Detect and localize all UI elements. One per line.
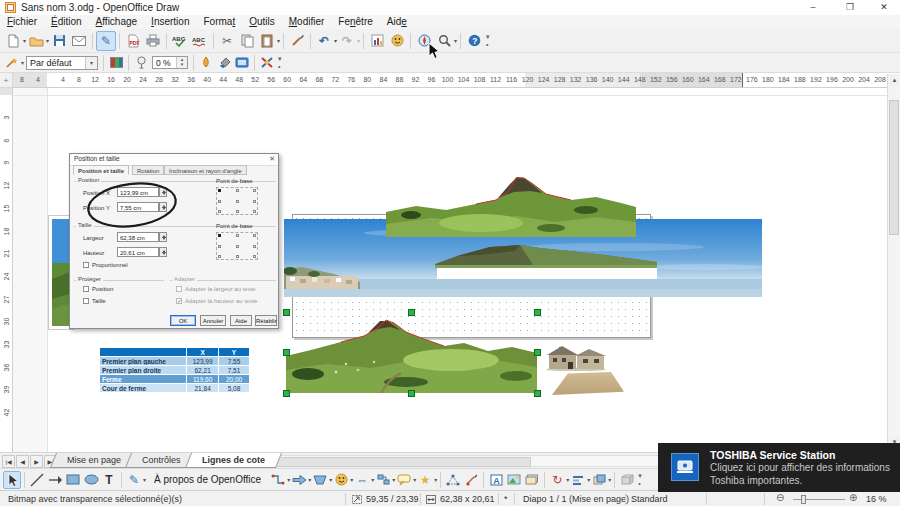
- basic-shapes-icon[interactable]: [311, 471, 329, 489]
- photo-farmhouse[interactable]: [545, 343, 607, 371]
- table-row[interactable]: Cour de ferme21,845,08: [100, 384, 250, 393]
- menu-outils[interactable]: Outils: [242, 15, 282, 29]
- menu-édition[interactable]: Édition: [44, 15, 89, 29]
- menu-fenêtre[interactable]: Fenêtre: [331, 15, 379, 29]
- dialog-close-icon[interactable]: ✕: [269, 155, 275, 163]
- slide-info-status[interactable]: Diapo 1 / 1 (Mise en page): [523, 493, 629, 505]
- width-spinner[interactable]: [159, 232, 167, 242]
- menu-fichier[interactable]: Fichier: [0, 15, 44, 29]
- spellcheck-icon[interactable]: ABC: [170, 31, 190, 51]
- photo-selected-hill[interactable]: [286, 312, 537, 393]
- protect-position-checkbox[interactable]: [83, 286, 89, 292]
- base-point-selector-1[interactable]: [216, 187, 258, 215]
- glue-points-icon[interactable]: [462, 471, 480, 489]
- ruler-origin-box[interactable]: +: [0, 73, 13, 88]
- drawing-canvas[interactable]: XYPremier plan gauche123,997,55Premier p…: [13, 88, 887, 452]
- undo-icon[interactable]: ↶: [314, 31, 334, 51]
- edit-mode-icon[interactable]: ✎: [96, 31, 116, 51]
- toshiba-notification[interactable]: TOSHIBA Service Station Cliquez ici pour…: [658, 443, 900, 492]
- format-paintbrush-icon[interactable]: [287, 31, 307, 51]
- height-input[interactable]: 20,61 cm: [117, 247, 159, 257]
- vertical-scrollbar[interactable]: ▲ ▼: [887, 74, 900, 452]
- reset-button[interactable]: Rétablir: [255, 315, 277, 326]
- symbol-shapes-icon[interactable]: [332, 471, 350, 489]
- gallery2-icon[interactable]: [523, 471, 541, 489]
- cancel-button[interactable]: Annuler: [200, 315, 226, 326]
- save-icon[interactable]: [49, 31, 69, 51]
- rectangle-icon[interactable]: [64, 471, 82, 489]
- stars-icon[interactable]: ★: [416, 471, 434, 489]
- redo-icon[interactable]: ↷: [337, 31, 357, 51]
- toolbar-options-icon[interactable]: ▾•: [486, 33, 490, 48]
- styles-wand-icon[interactable]: [3, 54, 21, 71]
- block-arrows-icon[interactable]: ⇔: [353, 471, 371, 489]
- select-icon[interactable]: [3, 471, 21, 489]
- menu-format[interactable]: Format: [196, 15, 242, 29]
- fill-icon[interactable]: [215, 54, 233, 71]
- send-email-icon[interactable]: [69, 31, 89, 51]
- callout-icon[interactable]: [395, 471, 413, 489]
- menu-insertion[interactable]: Insertion: [144, 15, 196, 29]
- 3d-look-icon[interactable]: [233, 54, 251, 71]
- zoom-level[interactable]: 16 %: [866, 493, 887, 505]
- zoom-in-icon[interactable]: ⊕: [849, 492, 857, 503]
- extrusion-icon[interactable]: [618, 471, 636, 489]
- line-icon[interactable]: [28, 471, 46, 489]
- selection-handle-sw[interactable]: [283, 390, 290, 397]
- layer-tab-lignes-de-cote[interactable]: Lignes de cote: [185, 453, 282, 468]
- table-row[interactable]: Premier plan gauche123,997,55: [100, 357, 250, 366]
- open-icon[interactable]: [26, 31, 46, 51]
- coordinates-table[interactable]: XYPremier plan gauche123,997,55Premier p…: [100, 348, 250, 393]
- flowchart-icon[interactable]: [374, 471, 392, 489]
- white-rectangle-shape[interactable]: [437, 268, 657, 279]
- notification-message[interactable]: Cliquez ici pour afficher des informatio…: [710, 462, 892, 487]
- dialog-tab-rotation[interactable]: Rotation: [132, 165, 164, 175]
- fontwork-icon[interactable]: A: [487, 471, 505, 489]
- dialog-tab-inclinaison[interactable]: Inclinaison et rayon d'angle: [164, 165, 247, 175]
- height-spinner[interactable]: [159, 247, 167, 257]
- curve-dropdown[interactable]: ▾: [143, 476, 146, 483]
- prev-layer-button[interactable]: ◀: [16, 455, 29, 468]
- rotate-icon[interactable]: ↻: [548, 471, 566, 489]
- alignment-icon[interactable]: [569, 471, 587, 489]
- zoom-slider-thumb[interactable]: [801, 495, 806, 504]
- photo-top-hill[interactable]: [386, 170, 636, 237]
- curve-icon[interactable]: ✎: [125, 471, 143, 489]
- block-arrow-icon[interactable]: [290, 471, 308, 489]
- shadow-icon[interactable]: [197, 54, 215, 71]
- zoom-dropdown[interactable]: ▾: [454, 37, 457, 44]
- page-style-status[interactable]: Standard: [631, 493, 668, 505]
- area-style-icon[interactable]: [107, 54, 125, 71]
- toolbar2-options-icon[interactable]: ▾•: [278, 55, 282, 70]
- ellipse-icon[interactable]: [82, 471, 100, 489]
- restore-button[interactable]: ❐: [835, 0, 865, 15]
- stars-dropdown[interactable]: ▾: [434, 476, 437, 483]
- horizontal-ruler[interactable]: 8448121620242832364044485256606468727680…: [13, 73, 887, 88]
- cut-icon[interactable]: ✂: [217, 31, 237, 51]
- print-icon[interactable]: [143, 31, 163, 51]
- copy-icon[interactable]: [237, 31, 257, 51]
- menu-affichage[interactable]: Affichage: [89, 15, 145, 29]
- auto-spellcheck-icon[interactable]: ABC: [190, 31, 210, 51]
- vertical-ruler[interactable]: 3691215182124273033363942: [0, 88, 13, 452]
- selection-handle-nw[interactable]: [283, 309, 290, 316]
- tools-icon[interactable]: [258, 54, 276, 71]
- menu-modifier[interactable]: Modifier: [282, 15, 332, 29]
- zoom-out-icon[interactable]: ⊖: [776, 492, 784, 503]
- vertical-scrollbar-thumb[interactable]: [889, 100, 899, 235]
- arrow-line-icon[interactable]: [46, 471, 64, 489]
- protect-size-checkbox[interactable]: [83, 298, 89, 304]
- arrange-icon[interactable]: [590, 471, 608, 489]
- width-input[interactable]: 62,38 cm: [117, 232, 159, 242]
- styles-dropdown[interactable]: ▾: [21, 59, 24, 66]
- help-icon[interactable]: ?: [464, 31, 484, 51]
- connector-icon[interactable]: [269, 471, 287, 489]
- drawbar-options-icon[interactable]: ▾•: [638, 472, 642, 487]
- selection-handle-w[interactable]: [283, 349, 290, 356]
- next-layer-button[interactable]: ▶: [30, 455, 43, 468]
- redo-dropdown[interactable]: ▾: [357, 37, 360, 44]
- insert-chart-icon[interactable]: [367, 31, 387, 51]
- edit-points-icon[interactable]: [444, 471, 462, 489]
- help-button[interactable]: Aide: [230, 315, 252, 326]
- selection-handle-e[interactable]: [534, 349, 541, 356]
